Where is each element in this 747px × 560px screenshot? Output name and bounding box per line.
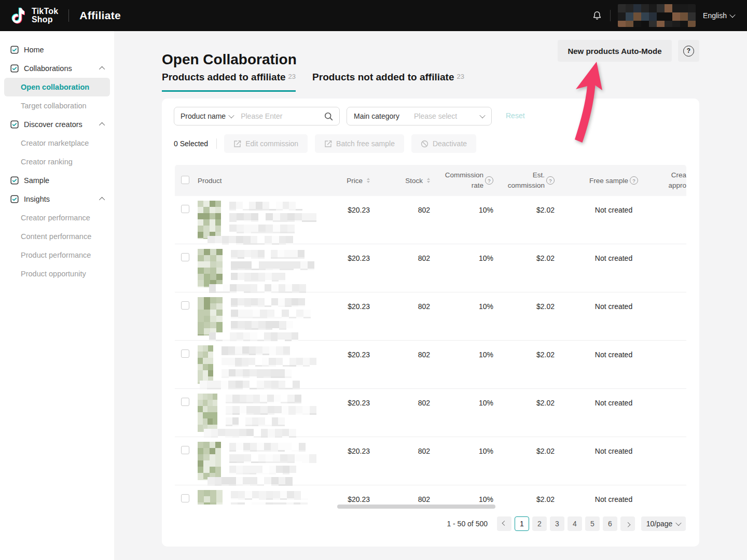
column-price[interactable]: Price bbox=[316, 177, 382, 185]
user-account-blurred[interactable] bbox=[618, 4, 696, 27]
sidebar-item-home[interactable]: Home bbox=[4, 40, 110, 59]
page-button-2[interactable]: 2 bbox=[532, 516, 547, 531]
help-button[interactable]: ? bbox=[678, 40, 699, 62]
select-all-checkbox[interactable] bbox=[181, 176, 189, 184]
product-blurred-content bbox=[198, 488, 316, 505]
tab-count: 23 bbox=[288, 73, 296, 80]
search-icon[interactable] bbox=[324, 112, 333, 121]
page-button-3[interactable]: 3 bbox=[550, 516, 564, 531]
category-label: Main category bbox=[354, 112, 399, 120]
tab-products-added[interactable]: Products added to affiliate23 bbox=[162, 72, 296, 92]
creator-approval-cell bbox=[666, 485, 686, 505]
search-input[interactable] bbox=[240, 111, 324, 121]
help-icon[interactable]: ? bbox=[546, 176, 555, 185]
batch-free-sample-button[interactable]: Batch free sample bbox=[315, 134, 404, 153]
tiktok-shop-logo[interactable]: TikTok Shop bbox=[11, 6, 58, 25]
prev-page-button[interactable] bbox=[497, 516, 511, 531]
sidebar-item-product-opportunity[interactable]: Product opportunity bbox=[4, 264, 110, 283]
edit-commission-button[interactable]: Edit commission bbox=[224, 134, 308, 153]
product-image-blurred bbox=[198, 345, 213, 384]
topbar: TikTok Shop Affiliate English bbox=[0, 0, 747, 31]
chevron-down-icon bbox=[729, 12, 735, 18]
sidebar-item-discover-creators[interactable]: Discover creators bbox=[4, 115, 110, 134]
page-title: Open Collaboration bbox=[162, 51, 297, 68]
est-commission-value: $2.02 bbox=[500, 437, 562, 485]
deactivate-button[interactable]: Deactivate bbox=[411, 134, 476, 153]
sidebar-item-collaborations[interactable]: Collaborations bbox=[4, 59, 110, 78]
commission-rate-value: 10% bbox=[437, 389, 500, 437]
row-checkbox[interactable] bbox=[181, 253, 189, 261]
category-placeholder: Please select bbox=[414, 112, 480, 120]
help-icon[interactable]: ? bbox=[630, 176, 638, 185]
creator-approval-cell bbox=[666, 341, 686, 388]
page-size-selector[interactable]: 10/page bbox=[641, 516, 686, 531]
edit-icon bbox=[233, 140, 241, 148]
row-checkbox[interactable] bbox=[181, 398, 189, 406]
product-blurred-content bbox=[198, 247, 316, 293]
sidebar-item-target-collaboration[interactable]: Target collaboration bbox=[4, 96, 110, 115]
product-text-blurred bbox=[226, 392, 316, 438]
row-checkbox[interactable] bbox=[181, 446, 189, 454]
page-button-4[interactable]: 4 bbox=[568, 516, 582, 531]
product-cell-blurred[interactable] bbox=[198, 196, 316, 244]
product-cell-blurred[interactable] bbox=[198, 292, 316, 340]
main-category-filter[interactable]: Main category Please select bbox=[347, 107, 492, 125]
product-blurred-content bbox=[198, 199, 316, 245]
search-field-selector[interactable]: Product name bbox=[181, 112, 233, 120]
page-button-5[interactable]: 5 bbox=[585, 516, 600, 531]
sidebar-item-creator-performance[interactable]: Creator performance bbox=[4, 208, 110, 227]
tab-count: 23 bbox=[457, 73, 464, 80]
bulk-actions: 0 Selected Edit commission Batch free sa… bbox=[174, 134, 483, 153]
est-commission-value: $2.02 bbox=[500, 244, 562, 292]
stock-value: 802 bbox=[382, 292, 437, 340]
price-value: $20.23 bbox=[316, 196, 382, 244]
creator-approval-cell bbox=[666, 437, 686, 485]
row-checkbox[interactable] bbox=[181, 349, 189, 358]
sidebar-item-content-performance[interactable]: Content performance bbox=[4, 227, 110, 246]
tab-products-not-added[interactable]: Products not added to affiliate23 bbox=[312, 72, 464, 92]
chevron-down-icon bbox=[229, 113, 234, 118]
reset-button[interactable]: Reset bbox=[506, 111, 525, 120]
products-table: Product Price Stock Commissionrate? Est.… bbox=[175, 165, 686, 505]
column-stock[interactable]: Stock bbox=[382, 177, 437, 185]
chevron-down-icon bbox=[479, 113, 485, 118]
sidebar-item-creator-ranking[interactable]: Creator ranking bbox=[4, 152, 110, 171]
product-cell-blurred[interactable] bbox=[198, 389, 316, 437]
product-cell-blurred[interactable] bbox=[198, 485, 316, 505]
horizontal-scrollbar[interactable] bbox=[337, 505, 495, 509]
commission-rate-value: 10% bbox=[437, 437, 500, 485]
product-text-blurred bbox=[231, 296, 311, 341]
column-free-sample: Free sample? bbox=[562, 176, 666, 185]
next-page-button[interactable] bbox=[620, 516, 635, 531]
new-products-auto-mode-button[interactable]: New products Auto-Mode bbox=[558, 40, 672, 62]
sidebar-item-creator-marketplace[interactable]: Creator marketplace bbox=[4, 134, 110, 152]
commission-rate-value: 10% bbox=[437, 244, 500, 292]
row-checkbox[interactable] bbox=[181, 301, 189, 310]
page-button-6[interactable]: 6 bbox=[603, 516, 617, 531]
sidebar-item-sample[interactable]: Sample bbox=[4, 171, 110, 190]
free-sample-status: Not created bbox=[562, 437, 666, 485]
row-checkbox[interactable] bbox=[181, 205, 189, 213]
page-button-1[interactable]: 1 bbox=[515, 516, 529, 531]
product-image-blurred bbox=[198, 201, 221, 239]
free-sample-status: Not created bbox=[562, 244, 666, 292]
product-cell-blurred[interactable] bbox=[198, 341, 316, 388]
table-row: $20.23 802 10% $2.02 Not created bbox=[175, 389, 686, 437]
selected-count: 0 Selected bbox=[174, 139, 208, 148]
sidebar-item-open-collaboration[interactable]: Open collaboration bbox=[4, 78, 110, 96]
product-blurred-content bbox=[198, 296, 316, 341]
product-cell-blurred[interactable] bbox=[198, 244, 316, 292]
product-cell-blurred[interactable] bbox=[198, 437, 316, 485]
free-sample-status: Not created bbox=[562, 341, 666, 388]
est-commission-value: $2.02 bbox=[500, 341, 562, 388]
notification-bell-icon[interactable] bbox=[591, 10, 603, 21]
row-checkbox[interactable] bbox=[181, 494, 189, 502]
sidebar-item-product-performance[interactable]: Product performance bbox=[4, 246, 110, 264]
language-selector[interactable]: English bbox=[703, 11, 735, 20]
product-text-blurred bbox=[231, 247, 314, 293]
sort-icon[interactable] bbox=[367, 178, 370, 183]
sidebar-item-insights[interactable]: Insights bbox=[4, 190, 110, 208]
sort-icon[interactable] bbox=[427, 178, 430, 183]
product-blurred-content bbox=[198, 392, 316, 438]
help-icon[interactable]: ? bbox=[485, 176, 493, 185]
